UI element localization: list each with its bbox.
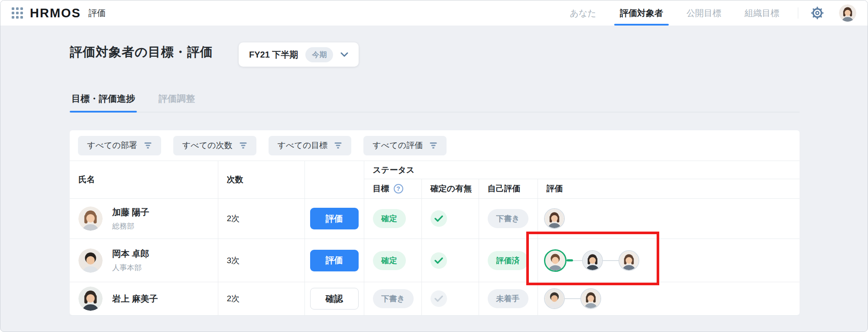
self-eval-badge: 未着手 xyxy=(488,289,528,308)
goal-header-label: 目標 xyxy=(373,183,389,194)
person-avatar xyxy=(78,206,103,231)
filter-department[interactable]: すべての部署 xyxy=(78,136,161,155)
col-header-status-group: ステータス xyxy=(364,161,800,179)
evaluator-avatar-active[interactable] xyxy=(544,249,567,272)
goal-status-badge: 確定 xyxy=(373,251,406,270)
evaluator-avatar[interactable] xyxy=(619,250,639,271)
period-selector[interactable]: FY21 下半期 今期 xyxy=(239,42,359,67)
person-department: 総務部 xyxy=(112,221,149,231)
tab-bar: 目標・評価進捗 評価調整 xyxy=(70,93,800,113)
chevron-down-icon xyxy=(340,52,348,57)
chain-link xyxy=(573,260,582,261)
col-header-name: 氏名 xyxy=(70,161,218,199)
evaluator-chain xyxy=(544,249,800,272)
person-avatar xyxy=(78,248,103,273)
app-window: HRMOS 評価 あなた 評価対象者 公開目標 組織目標 xyxy=(0,0,868,332)
period-label: FY21 下半期 xyxy=(249,49,298,61)
person-name: 岩上 麻美子 xyxy=(112,293,158,305)
filter-goal[interactable]: すべての目標 xyxy=(269,136,352,155)
table-row: 岡本 卓郎 人事本部 3次 評価 確定 xyxy=(70,239,800,282)
help-question-icon[interactable]: ? xyxy=(394,184,403,193)
chain-link-green xyxy=(567,259,573,261)
product-name: 評価 xyxy=(88,7,106,19)
round-cell: 2次 xyxy=(218,282,304,316)
current-period-badge: 今期 xyxy=(305,47,333,62)
tab-goal-eval-progress[interactable]: 目標・評価進捗 xyxy=(70,93,137,112)
hrmos-logo: HRMOS xyxy=(30,6,81,20)
content-card: すべての部署 すべての次数 すべての目標 xyxy=(70,130,800,315)
col-header-round: 次数 xyxy=(218,161,304,199)
goal-status-badge: 確定 xyxy=(373,209,406,228)
nav-item-hyouka-taishousha[interactable]: 評価対象者 xyxy=(608,0,675,26)
evaluator-avatar[interactable] xyxy=(580,288,601,309)
app-grid-icon[interactable] xyxy=(12,7,23,19)
self-eval-badge: 評価済 xyxy=(488,251,528,270)
nav-item-soshiki-mokuhyou[interactable]: 組織目標 xyxy=(733,0,791,26)
evaluator-chain xyxy=(544,208,800,229)
person-name: 岡本 卓郎 xyxy=(112,248,149,260)
confirmed-check-icon xyxy=(431,252,447,269)
evaluation-table: 氏名 次数 ステータス 目標 ? 確定の有無 自己評価 評価 xyxy=(70,161,800,316)
unconfirmed-check-icon xyxy=(431,290,447,307)
nav-item-koukai-mokuhyou[interactable]: 公開目標 xyxy=(675,0,733,26)
nav-item-anata[interactable]: あなた xyxy=(558,0,608,26)
chain-link xyxy=(565,298,580,299)
filter-funnel-icon xyxy=(334,142,342,149)
evaluator-avatar[interactable] xyxy=(544,208,565,229)
goal-status-badge: 下書き xyxy=(373,289,414,308)
top-header: HRMOS 評価 あなた 評価対象者 公開目標 組織目標 xyxy=(0,0,868,26)
evaluator-avatar[interactable] xyxy=(544,288,565,309)
person-cell: 加藤 陽子 総務部 xyxy=(78,206,218,231)
evaluator-avatar[interactable] xyxy=(582,250,603,271)
table-row: 岩上 麻美子 2次 確認 下書き xyxy=(70,282,800,316)
table-row: 加藤 陽子 総務部 2次 評価 確定 xyxy=(70,199,800,239)
col-header-action xyxy=(304,161,364,199)
round-cell: 2次 xyxy=(218,199,304,239)
person-cell: 岡本 卓郎 人事本部 xyxy=(78,248,218,273)
filter-label: すべての目標 xyxy=(278,140,328,151)
col-header-goal: 目標 ? xyxy=(364,179,421,199)
settings-gear-icon[interactable] xyxy=(810,5,825,21)
current-user-avatar[interactable] xyxy=(839,4,856,22)
round-cell: 3次 xyxy=(218,239,304,282)
chain-link xyxy=(603,260,619,261)
person-department: 人事本部 xyxy=(112,263,149,273)
filter-funnel-icon xyxy=(144,142,152,149)
self-eval-badge: 下書き xyxy=(488,209,528,228)
confirm-button[interactable]: 確認 xyxy=(310,288,359,309)
nav-divider xyxy=(798,7,798,19)
page-title: 評価対象者の目標・評価 xyxy=(70,44,213,61)
filter-label: すべての部署 xyxy=(87,140,137,151)
filter-round[interactable]: すべての次数 xyxy=(173,136,256,155)
evaluate-button[interactable]: 評価 xyxy=(310,250,359,271)
filter-bar: すべての部署 すべての次数 すべての目標 xyxy=(70,130,800,161)
filter-funnel-icon xyxy=(429,142,437,149)
filter-funnel-icon xyxy=(239,142,247,149)
filter-evaluation[interactable]: すべての評価 xyxy=(363,136,447,155)
person-name: 加藤 陽子 xyxy=(112,206,149,218)
evaluator-chain xyxy=(544,288,800,309)
brand: HRMOS 評価 xyxy=(12,6,106,20)
person-avatar xyxy=(78,287,103,311)
tab-eval-adjust[interactable]: 評価調整 xyxy=(157,93,197,112)
col-header-self-eval: 自己評価 xyxy=(479,179,538,199)
confirmed-check-icon xyxy=(431,210,447,227)
person-cell: 岩上 麻美子 xyxy=(78,287,218,311)
main-nav: あなた 評価対象者 公開目標 組織目標 xyxy=(558,0,856,26)
filter-label: すべての次数 xyxy=(182,140,233,151)
col-header-confirmed: 確定の有無 xyxy=(421,179,479,199)
col-header-evaluation: 評価 xyxy=(538,179,800,199)
evaluate-button[interactable]: 評価 xyxy=(310,208,359,229)
filter-label: すべての評価 xyxy=(372,140,423,151)
